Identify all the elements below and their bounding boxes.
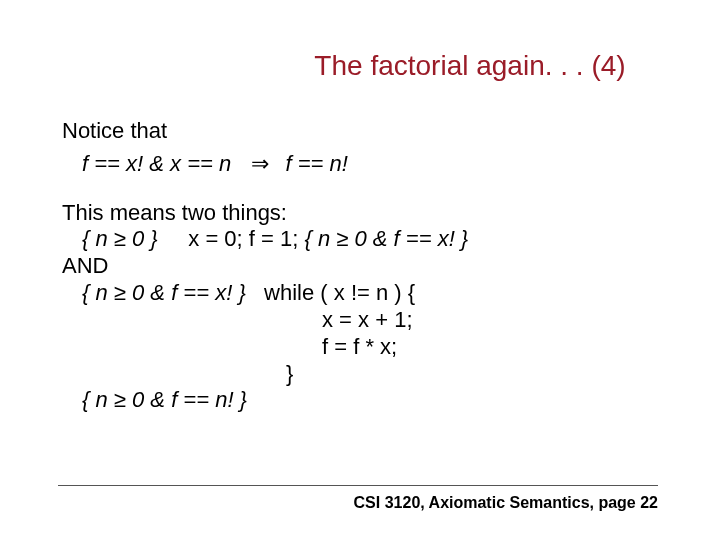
while-close: } bbox=[286, 361, 662, 388]
means-text: This means two things: bbox=[62, 200, 662, 227]
pre-1: { n ≥ 0 } bbox=[82, 226, 158, 251]
expr-right: f == n! bbox=[285, 151, 347, 176]
post-2: { n ≥ 0 & f == n! } bbox=[82, 387, 662, 414]
post-1: { n ≥ 0 & f == x! } bbox=[304, 226, 468, 251]
while-head: while ( x != n ) { bbox=[264, 280, 415, 305]
slide-body: Notice that f == x! & x == n ⇒ f == n! T… bbox=[62, 118, 662, 414]
divider bbox=[58, 485, 658, 486]
expr-left: f == x! & x == n bbox=[82, 151, 231, 176]
slide-title: The factorial again. . . (4) bbox=[0, 50, 720, 82]
pre-2: { n ≥ 0 & f == x! } bbox=[82, 280, 246, 305]
footer-text: CSI 3120, Axiomatic Semantics, page 22 bbox=[354, 494, 658, 512]
and-text: AND bbox=[62, 253, 662, 280]
implies-symbol: ⇒ bbox=[251, 151, 269, 178]
while-body-2: f = f * x; bbox=[322, 334, 662, 361]
slide: The factorial again. . . (4) Notice that… bbox=[0, 0, 720, 540]
hoare-line-1: { n ≥ 0 } x = 0; f = 1; { n ≥ 0 & f == x… bbox=[82, 226, 662, 253]
implication-expr: f == x! & x == n ⇒ f == n! bbox=[82, 151, 662, 178]
hoare-line-2: { n ≥ 0 & f == x! } while ( x != n ) { bbox=[82, 280, 662, 307]
while-body-1: x = x + 1; bbox=[322, 307, 662, 334]
stmt-1: x = 0; f = 1; bbox=[188, 226, 298, 251]
notice-text: Notice that bbox=[62, 118, 662, 145]
